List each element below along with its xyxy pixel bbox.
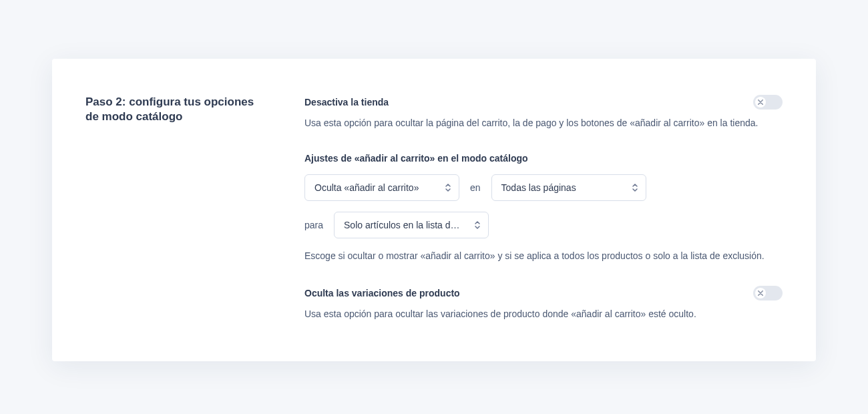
section-disable-shop: Desactiva la tienda Usa esta opción para… — [304, 95, 783, 130]
select-items[interactable]: Solo artículos en la lista d… — [334, 212, 489, 238]
right-column: Desactiva la tienda Usa esta opción para… — [304, 95, 783, 321]
connector-for: para — [304, 220, 323, 230]
select-items-wrap: Solo artículos en la lista d… — [334, 212, 489, 238]
select-action-value: Oculta «añadir al carrito» — [314, 182, 419, 193]
add-to-cart-title: Ajustes de «añadir al carrito» en el mod… — [304, 153, 783, 164]
select-pages[interactable]: Todas las páginas — [491, 174, 646, 201]
select-pages-wrap: Todas las páginas — [491, 174, 646, 201]
controls-row-2: para Solo artículos en la lista d… — [304, 212, 783, 238]
toggle-knob — [755, 97, 766, 108]
select-pages-value: Todas las páginas — [501, 182, 576, 193]
settings-card: Paso 2: configura tus opciones de modo c… — [52, 59, 816, 361]
section-header: Oculta las variaciones de producto — [304, 286, 783, 300]
variations-description: Usa esta opción para ocultar las variaci… — [304, 307, 783, 321]
controls-row-1: Oculta «añadir al carrito» en Todas las … — [304, 174, 783, 201]
select-action[interactable]: Oculta «añadir al carrito» — [304, 174, 459, 201]
section-header: Desactiva la tienda — [304, 95, 783, 110]
variations-title: Oculta las variaciones de producto — [304, 288, 460, 298]
connector-on: en — [470, 182, 481, 193]
step-title: Paso 2: configura tus opciones de modo c… — [85, 95, 266, 124]
section-add-to-cart: Ajustes de «añadir al carrito» en el mod… — [304, 153, 783, 263]
x-icon — [758, 290, 763, 296]
left-column: Paso 2: configura tus opciones de modo c… — [85, 95, 266, 321]
toggle-knob — [755, 288, 766, 298]
variations-toggle[interactable] — [753, 286, 783, 300]
select-items-value: Solo artículos en la lista d… — [344, 220, 460, 230]
select-action-wrap: Oculta «añadir al carrito» — [304, 174, 459, 201]
x-icon — [758, 99, 763, 105]
section-variations: Oculta las variaciones de producto Usa e… — [304, 286, 783, 321]
disable-shop-description: Usa esta opción para ocultar la página d… — [304, 116, 783, 130]
disable-shop-title: Desactiva la tienda — [304, 97, 389, 108]
add-to-cart-description: Escoge si ocultar o mostrar «añadir al c… — [304, 249, 783, 263]
disable-shop-toggle[interactable] — [753, 95, 783, 110]
